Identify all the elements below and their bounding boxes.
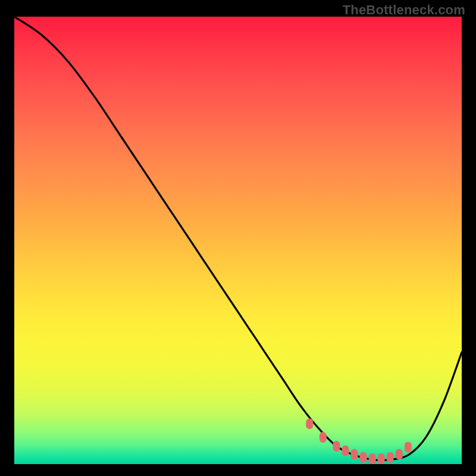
watermark-label: TheBottleneck.com <box>343 2 465 18</box>
highlight-marker <box>387 452 394 463</box>
highlight-marker <box>306 418 313 429</box>
highlight-marker <box>342 445 349 456</box>
highlight-marker <box>333 441 340 452</box>
highlight-marker <box>351 449 358 460</box>
chart-container: TheBottleneck.com <box>0 0 476 476</box>
highlight-marker <box>320 432 327 443</box>
curve-overlay <box>14 17 462 464</box>
highlight-marker <box>378 453 385 464</box>
highlight-marker <box>396 449 403 460</box>
plot-area <box>14 17 462 464</box>
highlight-marker <box>360 452 367 463</box>
highlight-marker <box>405 441 412 452</box>
bottleneck-curve <box>14 17 462 460</box>
highlight-marker <box>369 453 376 464</box>
